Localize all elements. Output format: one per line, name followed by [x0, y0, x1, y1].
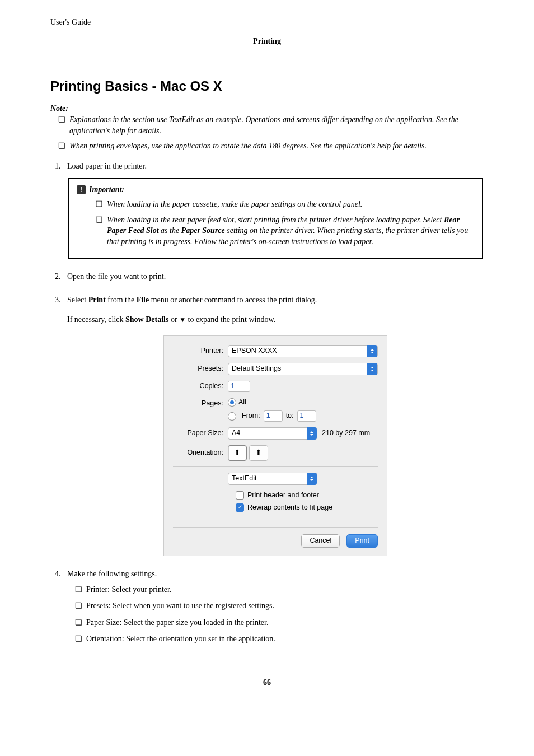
- pages-all-radio[interactable]: All: [228, 398, 316, 408]
- important-label: Important:: [89, 184, 124, 195]
- step-3-sub: If necessary, click Show Details or ▼ to…: [67, 314, 484, 325]
- presets-label: Presets:: [173, 364, 228, 374]
- presets-value: Default Settings: [232, 364, 281, 374]
- important-box: ! Important: When loading in the paper c…: [68, 178, 483, 259]
- important-icon: !: [77, 185, 86, 194]
- sublist-item: Paper Size: Select the paper size you lo…: [67, 617, 484, 628]
- note-item: Explanations in the section use TextEdit…: [50, 114, 484, 136]
- papersize-dim: 210 by 297 mm: [322, 428, 370, 438]
- checkbox-checked-icon: ✓: [236, 503, 244, 512]
- copies-row: Copies: 1: [173, 381, 378, 392]
- pages-from-label: From:: [242, 411, 260, 421]
- papersize-select[interactable]: A4: [228, 427, 317, 440]
- presets-select[interactable]: Default Settings: [228, 363, 378, 375]
- print-button[interactable]: Print: [346, 534, 378, 548]
- checkbox-rewrap-label: Rewrap contents to fit page: [247, 503, 332, 513]
- pages-options: All From: 1 to: 1: [228, 398, 316, 422]
- landscape-icon: ⬆︎: [255, 447, 262, 459]
- triangle-down-icon: ▼: [179, 316, 186, 323]
- cancel-button[interactable]: Cancel: [301, 534, 340, 548]
- note-item: When printing envelopes, use the applica…: [50, 141, 484, 152]
- orientation-portrait-button[interactable]: ⬆︎: [228, 445, 247, 461]
- papersize-label: Paper Size:: [173, 428, 228, 438]
- pages-from-input[interactable]: 1: [264, 410, 283, 422]
- chevron-updown-icon: [367, 363, 377, 375]
- sublist-item: Orientation: Select the orientation you …: [67, 633, 484, 645]
- step-4-sublist: Printer: Select your printer. Presets: S…: [67, 584, 484, 645]
- important-item: When loading in the rear paper feed slot…: [77, 214, 474, 248]
- radio-icon: [228, 412, 236, 421]
- important-list: When loading in the paper cassette, make…: [77, 199, 474, 247]
- copies-input[interactable]: 1: [228, 381, 250, 392]
- panel-row: TextEdit: [173, 473, 378, 485]
- note-list: Explanations in the section use TextEdit…: [50, 114, 484, 152]
- note-label: Note:: [50, 104, 484, 113]
- header-guide: User's Guide: [50, 18, 484, 27]
- portrait-icon: ⬆︎: [234, 447, 241, 459]
- dialog-footer: Cancel Print: [173, 527, 378, 548]
- printer-row: Printer: EPSON XXXX: [173, 345, 378, 357]
- checkbox-rewrap-row[interactable]: ✓ Rewrap contents to fit page: [236, 503, 378, 513]
- page-title: Printing Basics - Mac OS X: [50, 78, 484, 94]
- print-dialog: Printer: EPSON XXXX Presets: Default Set…: [163, 335, 387, 557]
- pages-label: Pages:: [173, 398, 228, 409]
- step-2: Open the file you want to print.: [63, 271, 484, 282]
- orientation-label: Orientation:: [173, 448, 228, 458]
- orientation-row: Orientation: ⬆︎ ⬆︎: [173, 445, 378, 461]
- printer-label: Printer:: [173, 346, 228, 356]
- chevron-updown-icon: [307, 427, 317, 440]
- important-heading: ! Important:: [77, 184, 474, 195]
- pages-to-label: to:: [286, 411, 294, 421]
- panel-select[interactable]: TextEdit: [228, 473, 317, 485]
- step-4-text: Make the following settings.: [67, 570, 157, 578]
- panel-value: TextEdit: [232, 474, 256, 484]
- chevron-updown-icon: [367, 345, 377, 357]
- pages-from-radio[interactable]: From: 1 to: 1: [228, 410, 316, 422]
- page-number: 66: [50, 678, 484, 687]
- papersize-value: A4: [232, 428, 240, 438]
- step-1: Load paper in the printer. ! Important: …: [63, 161, 484, 259]
- step-1-text: Load paper in the printer.: [67, 162, 147, 170]
- pages-all-label: All: [238, 398, 246, 408]
- separator: [173, 466, 378, 467]
- printer-value: EPSON XXXX: [232, 346, 277, 356]
- pages-to-input[interactable]: 1: [297, 410, 316, 422]
- step-4: Make the following settings. Printer: Se…: [63, 568, 484, 645]
- orientation-landscape-button[interactable]: ⬆︎: [249, 445, 268, 461]
- copies-label: Copies:: [173, 381, 228, 391]
- step-3: Select Print from the File menu or anoth…: [63, 295, 484, 556]
- presets-row: Presets: Default Settings: [173, 363, 378, 375]
- sublist-item: Presets: Select when you want to use the…: [67, 600, 484, 612]
- checkbox-icon: [236, 491, 244, 500]
- chevron-updown-icon: [307, 473, 317, 485]
- header-section: Printing: [50, 37, 484, 46]
- radio-icon: [228, 398, 236, 407]
- papersize-row: Paper Size: A4 210 by 297 mm: [173, 427, 378, 440]
- printer-select[interactable]: EPSON XXXX: [228, 345, 378, 357]
- steps-list: Load paper in the printer. ! Important: …: [50, 161, 484, 645]
- checkbox-header-row[interactable]: Print header and footer: [236, 491, 378, 501]
- sublist-item: Printer: Select your printer.: [67, 584, 484, 595]
- important-item: When loading in the paper cassette, make…: [77, 199, 474, 210]
- pages-row: Pages: All From: 1 to: 1: [173, 398, 378, 422]
- checkbox-header-label: Print header and footer: [247, 491, 319, 501]
